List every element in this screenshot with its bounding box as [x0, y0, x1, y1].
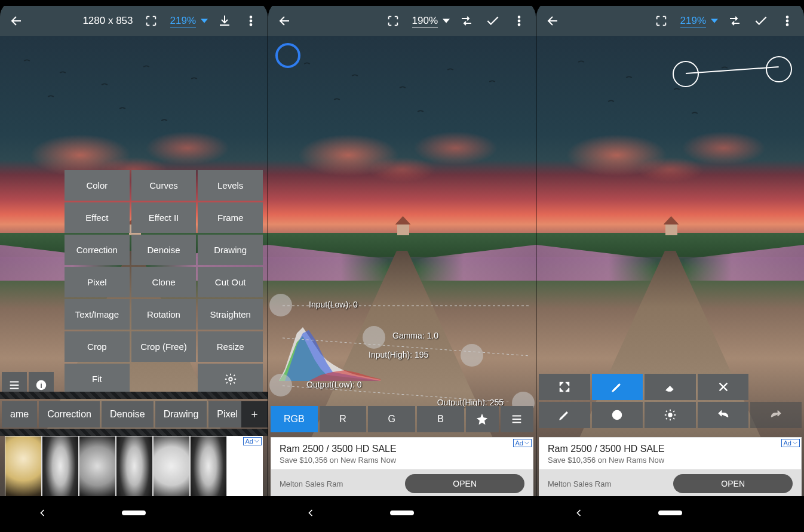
zoom-value: 219% — [170, 15, 196, 27]
overflow-menu-icon[interactable] — [774, 8, 800, 34]
menu-denoise[interactable]: Denoise — [131, 235, 197, 265]
fullscreen-icon[interactable] — [380, 8, 406, 34]
favorite-icon[interactable] — [466, 406, 499, 432]
top-toolbar: 219% — [536, 6, 804, 36]
apply-check-icon[interactable] — [748, 8, 774, 34]
label-gamma: Gamma: 1.0 — [392, 331, 438, 340]
zoom-dropdown[interactable]: 190% — [410, 15, 450, 27]
hamburger-icon[interactable] — [501, 406, 533, 432]
menu-effect[interactable]: Effect — [65, 202, 130, 233]
svg-point-18 — [616, 414, 619, 416]
redo-icon[interactable] — [750, 402, 802, 428]
expand-icon[interactable] — [539, 374, 590, 400]
status-bar — [0, 0, 268, 6]
drawn-line[interactable] — [686, 66, 779, 74]
nav-home-icon[interactable] — [122, 508, 146, 520]
menu-frame[interactable]: Frame — [198, 202, 263, 233]
menu-crop[interactable]: Crop — [65, 331, 130, 362]
svg-rect-20 — [658, 511, 682, 515]
download-icon[interactable] — [211, 8, 238, 34]
channel-row: RGB R G B — [271, 406, 533, 432]
menu-correction[interactable]: Correction — [65, 235, 130, 265]
eraser-tool-icon[interactable] — [645, 374, 696, 400]
phone-2: 190% — [268, 0, 536, 532]
ad-title: Ram 2500 / 3500 HD SALE — [271, 438, 533, 456]
handle-gamma[interactable] — [363, 326, 385, 349]
compare-icon[interactable] — [722, 8, 748, 34]
svg-point-15 — [787, 20, 788, 22]
nav-home-icon[interactable] — [390, 508, 414, 520]
back-icon[interactable] — [540, 8, 566, 34]
nav-back-icon[interactable] — [36, 507, 48, 521]
tools-menu: Color Curves Levels Effect Effect II Fra… — [65, 170, 263, 394]
menu-drawing[interactable]: Drawing — [198, 235, 263, 265]
menu-effect2[interactable]: Effect II — [131, 202, 197, 233]
menu-straighten[interactable]: Straighten — [198, 299, 263, 330]
channel-rgb[interactable]: RGB — [271, 406, 318, 432]
tab-pixel[interactable]: Pixel — [208, 401, 246, 428]
sample-point-indicator[interactable] — [275, 43, 300, 68]
zoom-value: 219% — [680, 15, 706, 27]
phone-3: 219% — [536, 0, 804, 532]
zoom-dropdown[interactable]: 219% — [678, 15, 718, 27]
menu-cutout[interactable]: Cut Out — [198, 267, 263, 297]
line-handle-start[interactable] — [673, 61, 699, 87]
tab-frame[interactable]: ame — [2, 401, 37, 428]
settings-icon[interactable] — [645, 402, 696, 428]
menu-levels[interactable]: Levels — [198, 170, 263, 201]
fullscreen-icon[interactable] — [648, 8, 674, 34]
pencil-tool-icon[interactable] — [592, 374, 643, 400]
pencil-secondary-icon[interactable] — [539, 402, 590, 428]
line-handle-end[interactable] — [766, 56, 792, 82]
menu-textimage[interactable]: Text/Image — [65, 299, 130, 330]
tab-denoise[interactable]: Denoise — [102, 401, 154, 428]
menu-color[interactable]: Color — [65, 170, 130, 201]
add-tab-icon[interactable] — [241, 401, 268, 428]
undo-icon[interactable] — [698, 402, 749, 428]
menu-curves[interactable]: Curves — [131, 170, 197, 201]
handle-output-low[interactable] — [269, 374, 292, 396]
ad-subtitle: Save $10,356 on New Rams Now — [539, 456, 801, 469]
nav-home-icon[interactable] — [658, 508, 682, 520]
menu-pixel[interactable]: Pixel — [65, 267, 130, 297]
menu-clone[interactable]: Clone — [131, 267, 197, 297]
top-toolbar: 190% — [268, 6, 536, 36]
svg-point-8 — [518, 20, 520, 22]
levels-panel: Input(Low): 0 Gamma: 1.0 Input(High): 19… — [273, 297, 531, 402]
fullscreen-icon[interactable] — [138, 8, 164, 34]
android-navbar — [0, 496, 268, 532]
tab-drawing[interactable]: Drawing — [155, 401, 207, 428]
svg-point-9 — [518, 24, 520, 26]
nav-back-icon[interactable] — [573, 507, 585, 521]
stripe-divider — [0, 392, 268, 399]
compare-icon[interactable] — [453, 8, 480, 34]
tab-correction[interactable]: Correction — [39, 401, 100, 428]
ad-open-button[interactable]: OPEN — [405, 474, 524, 493]
channel-r[interactable]: R — [320, 406, 367, 432]
svg-point-14 — [787, 16, 788, 18]
birds-decoration — [12, 54, 256, 143]
menu-cropfree[interactable]: Crop (Free) — [131, 331, 197, 362]
ad-open-button[interactable]: OPEN — [673, 474, 793, 493]
ad-title: Ram 2500 / 3500 HD SALE — [539, 438, 801, 456]
menu-rotation[interactable]: Rotation — [131, 299, 197, 330]
close-tool-icon[interactable] — [698, 374, 749, 400]
apply-check-icon[interactable] — [480, 8, 506, 34]
svg-rect-13 — [390, 511, 414, 515]
svg-text:i: i — [40, 381, 42, 390]
menu-resize[interactable]: Resize — [198, 331, 263, 362]
handle-input-high[interactable] — [461, 344, 483, 367]
channel-g[interactable]: G — [368, 406, 415, 432]
nav-back-icon[interactable] — [305, 507, 317, 521]
overflow-menu-icon[interactable] — [238, 8, 264, 34]
overflow-menu-icon[interactable] — [506, 8, 532, 34]
zoom-dropdown[interactable]: 219% — [168, 15, 208, 27]
drawing-toolbar — [539, 374, 802, 428]
back-icon[interactable] — [272, 8, 298, 34]
handle-input-low[interactable] — [269, 294, 292, 316]
ad-badge: Ad — [513, 439, 532, 447]
target-icon[interactable] — [592, 402, 643, 428]
tabs-row: ame Correction Denoise Drawing Pixel Clo — [0, 401, 268, 428]
channel-b[interactable]: B — [417, 406, 464, 432]
back-icon[interactable] — [4, 8, 30, 34]
